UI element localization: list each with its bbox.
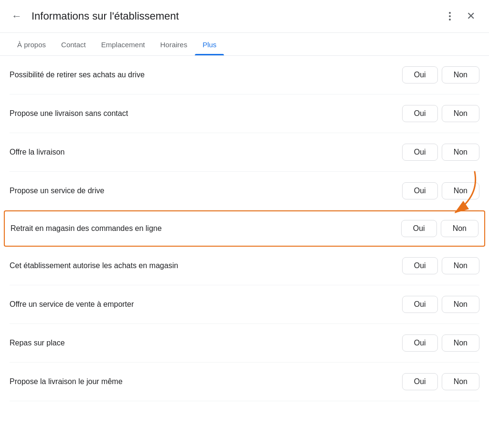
- row-retrait-label: Retrait en magasin des commandes en lign…: [11, 223, 162, 234]
- row-repas-place-btn-group: OuiNon: [402, 334, 479, 352]
- row-livraison-label: Offre la livraison: [10, 147, 64, 157]
- row-service-drive-label: Propose un service de drive: [10, 186, 104, 196]
- row-service-drive-oui-button[interactable]: Oui: [402, 182, 438, 199]
- row-drive-btn-group: OuiNon: [402, 66, 479, 83]
- row-achats-magasin-non-button[interactable]: Non: [442, 257, 479, 274]
- row-livraison-sans-contact-btn-group: OuiNon: [402, 105, 479, 122]
- row-repas-place-non-button[interactable]: Non: [442, 334, 479, 352]
- row-drive-non-button[interactable]: Non: [442, 66, 479, 83]
- row-repas-place: Repas sur placeOuiNon: [10, 324, 479, 363]
- row-livraison-sans-contact-non-button[interactable]: Non: [442, 105, 479, 122]
- row-vente-emporter-oui-button[interactable]: Oui: [402, 296, 438, 313]
- row-vente-emporter: Offre un service de vente à emporterOuiN…: [10, 285, 479, 324]
- row-service-drive-btn-group: OuiNon: [402, 182, 479, 199]
- row-livraison-jour-non-button[interactable]: Non: [442, 373, 479, 390]
- tab-contact[interactable]: Contact: [53, 33, 94, 55]
- more-options-icon: [445, 11, 455, 21]
- header: ← Informations sur l'établissement ✕: [0, 0, 489, 33]
- row-repas-place-oui-button[interactable]: Oui: [402, 334, 438, 352]
- row-livraison-jour: Propose la livraison le jour mêmeOuiNon: [10, 363, 479, 401]
- row-drive: Possibilité de retirer ses achats au dri…: [10, 56, 479, 94]
- row-retrait: Retrait en magasin des commandes en lign…: [4, 210, 485, 247]
- row-livraison: Offre la livraisonOuiNon: [10, 133, 479, 172]
- row-livraison-sans-contact-oui-button[interactable]: Oui: [402, 105, 438, 122]
- row-livraison-sans-contact: Propose une livraison sans contactOuiNon: [10, 94, 479, 133]
- row-achats-magasin: Cet établissement autorise les achats en…: [10, 247, 479, 285]
- row-retrait-btn-group: OuiNon: [401, 220, 478, 237]
- row-achats-magasin-label: Cet établissement autorise les achats en…: [10, 260, 178, 271]
- tabs-bar: À proposContactEmplacementHorairesPlus: [0, 33, 489, 56]
- header-actions: ✕: [441, 8, 479, 25]
- row-service-drive: Propose un service de driveOuiNon: [10, 172, 479, 210]
- row-vente-emporter-label: Offre un service de vente à emporter: [10, 299, 134, 310]
- page-title: Informations sur l'établissement: [32, 10, 441, 22]
- row-vente-emporter-non-button[interactable]: Non: [442, 296, 479, 313]
- row-drive-oui-button[interactable]: Oui: [402, 66, 438, 83]
- close-button[interactable]: ✕: [462, 8, 479, 25]
- row-retrait-oui-button[interactable]: Oui: [401, 220, 437, 237]
- row-livraison-jour-oui-button[interactable]: Oui: [402, 373, 438, 390]
- back-button[interactable]: ←: [10, 8, 24, 24]
- more-options-button[interactable]: [441, 8, 458, 25]
- row-retrait-non-button[interactable]: Non: [441, 220, 478, 237]
- row-achats-magasin-oui-button[interactable]: Oui: [402, 257, 438, 274]
- row-service-drive-non-button[interactable]: Non: [442, 182, 479, 199]
- tab-apropos[interactable]: À propos: [10, 33, 53, 55]
- row-vente-emporter-btn-group: OuiNon: [402, 296, 479, 313]
- row-livraison-jour-btn-group: OuiNon: [402, 373, 479, 390]
- row-livraison-jour-label: Propose la livraison le jour même: [10, 376, 123, 387]
- tab-plus[interactable]: Plus: [195, 33, 224, 55]
- tab-horaires[interactable]: Horaires: [152, 33, 195, 55]
- row-livraison-oui-button[interactable]: Oui: [402, 144, 438, 161]
- row-achats-magasin-btn-group: OuiNon: [402, 257, 479, 274]
- row-drive-label: Possibilité de retirer ses achats au dri…: [10, 70, 145, 80]
- content-area: Possibilité de retirer ses achats au dri…: [0, 56, 489, 401]
- row-repas-place-label: Repas sur place: [10, 338, 65, 348]
- tab-emplacement[interactable]: Emplacement: [94, 33, 153, 55]
- row-livraison-btn-group: OuiNon: [402, 144, 479, 161]
- row-livraison-non-button[interactable]: Non: [442, 144, 479, 161]
- row-livraison-sans-contact-label: Propose une livraison sans contact: [10, 108, 128, 119]
